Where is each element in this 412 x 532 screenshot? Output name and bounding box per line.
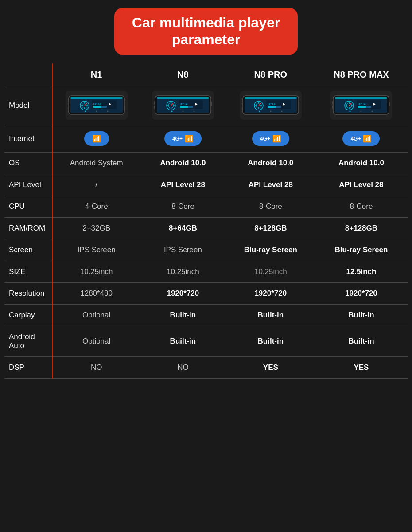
cell-n8: Android 10.0	[140, 153, 226, 174]
wifi-icon: 📶	[92, 134, 101, 143]
fourgplus-label: 4G+	[260, 136, 270, 142]
cell-n8pro: 1920*720	[226, 283, 315, 305]
cell-n8promax: Built-in	[315, 326, 408, 357]
cell-n8promax: 4G+📶	[315, 125, 408, 153]
table-row: Resolution1280*4801920*7201920*7201920*7…	[4, 283, 408, 305]
row-label: Model	[4, 86, 53, 125]
row-label: DSP	[4, 357, 53, 379]
cell-n1: Optional	[53, 326, 140, 357]
svg-text:08:14: 08:14	[358, 102, 366, 106]
table-row: ScreenIPS ScreenIPS ScreenBlu-ray Screen…	[4, 239, 408, 261]
col-header-n8promax: N8 PRO MAX	[315, 63, 408, 86]
row-label: Internet	[4, 125, 53, 153]
svg-rect-86	[332, 106, 333, 109]
cell-n1: 08:14 ▶	[53, 86, 140, 125]
model-image: 08:14 ▶	[330, 91, 392, 120]
cell-n8pro: YES	[226, 357, 315, 379]
header-badge: Car multimedia player parameter	[114, 8, 298, 55]
cell-n8promax: API Level 28	[315, 174, 408, 196]
svg-rect-42	[154, 106, 155, 109]
cell-n8promax: 8+128GB	[315, 218, 408, 239]
row-label: OS	[4, 153, 53, 174]
col-header-n8pro: N8 PRO	[226, 63, 315, 86]
svg-rect-3	[70, 97, 123, 99]
svg-point-40	[193, 111, 194, 112]
svg-text:▶: ▶	[373, 102, 376, 106]
table-row: CPU4-Core8-Core8-Core8-Core	[4, 196, 408, 218]
svg-point-17	[96, 111, 97, 112]
svg-rect-69	[335, 97, 387, 99]
col-header-n8: N8	[140, 63, 226, 86]
table-container: N1 N8 N8 PRO N8 PRO MAX Model	[0, 63, 412, 388]
cell-n1: Optional	[53, 305, 140, 326]
wifi-icon: 📶	[185, 134, 194, 143]
svg-point-62	[281, 111, 282, 112]
model-image: 08:14 ▶	[66, 91, 128, 120]
wifi-icon: 📶	[272, 134, 281, 143]
header-section: Car multimedia player parameter	[0, 0, 412, 63]
svg-rect-43	[211, 102, 212, 106]
svg-point-82	[350, 111, 351, 112]
cell-n8pro: API Level 28	[226, 174, 315, 196]
cell-n8: IPS Screen	[140, 239, 226, 261]
internet-badge: 4G+📶	[342, 131, 380, 146]
row-label: CPU	[4, 196, 53, 218]
cell-n8promax: 12.5inch	[315, 261, 408, 283]
row-label: RAM/ROM	[4, 218, 53, 239]
cell-n8: 8+64GB	[140, 218, 226, 239]
cell-n8promax: 1920*720	[315, 283, 408, 305]
svg-point-60	[259, 111, 260, 112]
svg-rect-87	[389, 102, 390, 106]
col-header-n1: N1	[53, 63, 140, 86]
svg-text:08:14: 08:14	[268, 102, 276, 106]
wifi-icon: 📶	[363, 134, 372, 143]
svg-rect-58	[268, 106, 276, 108]
svg-rect-65	[299, 102, 299, 106]
svg-rect-14	[93, 106, 101, 108]
cell-n8promax: Built-in	[315, 305, 408, 326]
cell-n8pro: 8-Core	[226, 196, 315, 218]
cell-n8pro: Built-in	[226, 305, 315, 326]
table-row: DSPNONOYESYES	[4, 357, 408, 379]
page-title: Car multimedia player parameter	[132, 14, 280, 48]
row-label: SIZE	[4, 261, 53, 283]
cell-n8: 1920*720	[140, 283, 226, 305]
cell-n8promax: YES	[315, 357, 408, 379]
cell-n1: 2+32GB	[53, 218, 140, 239]
cell-n8: 4G+📶	[140, 125, 226, 153]
svg-rect-41	[154, 101, 155, 105]
table-row: Model 08:14 ▶	[4, 86, 408, 125]
cell-n8promax: Blu-ray Screen	[315, 239, 408, 261]
col-header-label	[4, 63, 53, 86]
internet-badge: 4G+📶	[164, 131, 202, 146]
svg-rect-85	[332, 101, 333, 105]
svg-text:▶: ▶	[195, 102, 198, 106]
cell-n8promax: 08:14 ▶	[315, 86, 408, 125]
svg-point-39	[182, 111, 183, 112]
fourgplus-label: 4G+	[350, 136, 361, 142]
svg-text:▶: ▶	[109, 102, 112, 106]
svg-text:▶: ▶	[283, 102, 286, 106]
comparison-table: N1 N8 N8 PRO N8 PRO MAX Model	[4, 63, 408, 379]
row-label: Resolution	[4, 283, 53, 305]
row-label: API Level	[4, 174, 53, 196]
table-row: API Level/API Level 28API Level 28API Le…	[4, 174, 408, 196]
svg-rect-47	[245, 97, 297, 99]
table-row: SIZE10.25inch10.25inch10.25inch12.5inch	[4, 261, 408, 283]
model-image: 08:14 ▶	[152, 91, 214, 120]
cell-n1: /	[53, 174, 140, 196]
cell-n8pro: Android 10.0	[226, 153, 315, 174]
svg-point-38	[171, 111, 172, 112]
svg-text:08:14: 08:14	[93, 102, 101, 106]
cell-n1: IPS Screen	[53, 239, 140, 261]
cell-n1: NO	[53, 357, 140, 379]
internet-badge: 4G+📶	[252, 131, 289, 146]
internet-badge: 📶	[84, 131, 109, 146]
svg-point-16	[85, 111, 86, 112]
table-header-row: N1 N8 N8 PRO N8 PRO MAX	[4, 63, 408, 86]
row-label: Screen	[4, 239, 53, 261]
cell-n8pro: 4G+📶	[226, 125, 315, 153]
svg-point-83	[361, 111, 362, 112]
table-row: OSAndroid SystemAndroid 10.0Android 10.0…	[4, 153, 408, 174]
svg-rect-19	[68, 101, 69, 105]
